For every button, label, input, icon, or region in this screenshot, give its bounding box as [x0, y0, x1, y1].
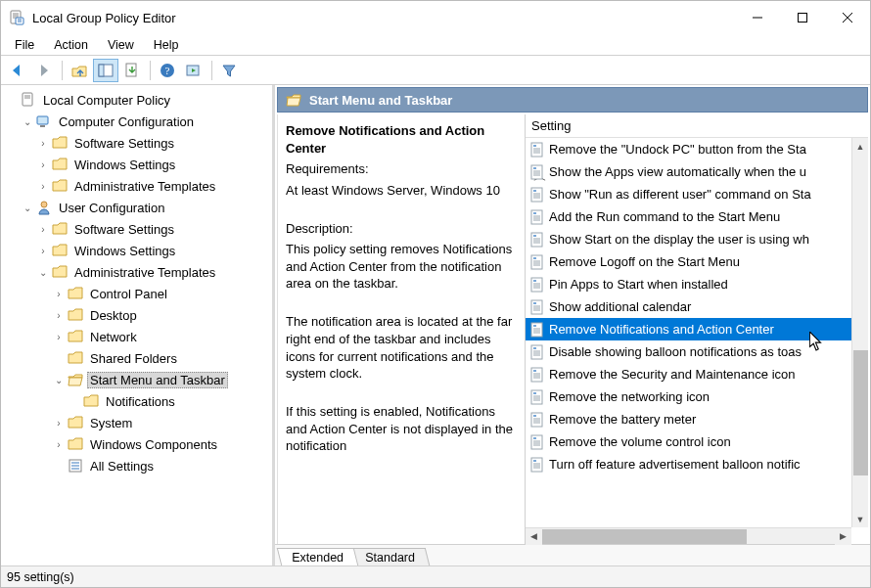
- policy-setting-icon: [529, 209, 545, 225]
- description-pane: Remove Notifications and Action Center R…: [278, 114, 526, 544]
- tree-control-panel[interactable]: ›Control Panel: [52, 283, 270, 304]
- svg-rect-12: [99, 65, 104, 76]
- policy-setting-icon: [529, 299, 545, 315]
- chevron-right-icon[interactable]: ›: [52, 287, 66, 300]
- setting-label: Turn off feature advertisement balloon n…: [549, 457, 801, 472]
- chevron-right-icon[interactable]: ›: [52, 416, 66, 430]
- tree-system[interactable]: ›System: [52, 412, 270, 433]
- chevron-right-icon[interactable]: ›: [36, 136, 50, 150]
- chevron-right-icon[interactable]: ›: [52, 437, 66, 451]
- scroll-thumb[interactable]: [853, 350, 868, 475]
- scroll-left-button[interactable]: ◀: [526, 528, 542, 545]
- svg-rect-58: [533, 280, 536, 282]
- toolbar-filter[interactable]: [216, 59, 242, 82]
- toolbar-up[interactable]: [67, 59, 92, 82]
- folder-icon: [68, 415, 83, 430]
- toolbar-sep-1: [62, 61, 63, 80]
- close-button[interactable]: [825, 1, 870, 34]
- setting-row[interactable]: Show the Apps view automatically when th…: [526, 160, 868, 183]
- chevron-down-icon[interactable]: ⌄: [21, 114, 34, 128]
- menu-view[interactable]: View: [98, 36, 144, 54]
- tree-desktop[interactable]: ›Desktop: [52, 304, 270, 326]
- tree-cc-windows[interactable]: ›Windows Settings: [36, 154, 270, 175]
- toolbar-run[interactable]: [181, 59, 206, 82]
- policy-setting-icon: [529, 344, 545, 360]
- setting-row[interactable]: Pin Apps to Start when installed: [526, 273, 868, 295]
- tree-pane[interactable]: ▼ Local Computer Policy ⌄ Computer Confi…: [1, 85, 275, 565]
- scroll-up-button[interactable]: ▲: [852, 138, 869, 155]
- tab-extended[interactable]: Extended: [277, 548, 358, 565]
- chevron-down-icon[interactable]: ⌄: [21, 201, 34, 214]
- setting-row[interactable]: Remove the volume control icon: [526, 430, 868, 453]
- tree-uc-admin[interactable]: ⌄Administrative Templates: [36, 261, 270, 283]
- setting-row[interactable]: Remove the "Undock PC" button from the S…: [526, 138, 868, 160]
- tree-shared-folders[interactable]: ›Shared Folders: [52, 347, 270, 369]
- tree-start-menu-taskbar[interactable]: ⌄Start Menu and Taskbar: [52, 369, 270, 390]
- chevron-right-icon[interactable]: ›: [36, 244, 50, 257]
- tree-user-config[interactable]: ⌄ User Configuration: [21, 197, 270, 218]
- tree-all-settings[interactable]: ›All Settings: [52, 455, 270, 476]
- horizontal-scrollbar[interactable]: ◀ ▶: [526, 527, 851, 544]
- setting-row[interactable]: Remove Logoff on the Start Menu: [526, 250, 868, 273]
- tree-root[interactable]: ▼ Local Computer Policy: [5, 89, 270, 111]
- desc-req-label: Requirements:: [286, 160, 519, 178]
- chevron-down-icon[interactable]: ⌄: [52, 373, 66, 386]
- menu-file[interactable]: File: [5, 36, 44, 54]
- setting-row[interactable]: Remove Notifications and Action Center: [526, 318, 868, 340]
- folder-icon: [83, 393, 99, 409]
- setting-label: Remove the "Undock PC" button from the S…: [549, 142, 806, 157]
- setting-row[interactable]: Remove the Security and Maintenance icon: [526, 363, 868, 385]
- chevron-right-icon[interactable]: ›: [52, 308, 66, 322]
- toolbar-export[interactable]: [119, 59, 145, 82]
- scroll-down-button[interactable]: ▼: [852, 511, 869, 527]
- setting-row[interactable]: Turn off feature advertisement balloon n…: [526, 453, 868, 475]
- column-header-setting[interactable]: Setting: [526, 114, 868, 138]
- tree-network[interactable]: ›Network: [52, 326, 270, 347]
- setting-row[interactable]: Remove the networking icon: [526, 385, 868, 408]
- statusbar: 95 setting(s): [1, 565, 870, 587]
- setting-row[interactable]: Disable showing balloon notifications as…: [526, 340, 868, 363]
- setting-label: Show Start on the display the user is us…: [549, 232, 809, 247]
- setting-row[interactable]: Show "Run as different user" command on …: [526, 183, 868, 205]
- maximize-button[interactable]: [780, 1, 825, 34]
- policy-setting-icon: [529, 277, 545, 293]
- folder-open-icon: [68, 372, 83, 387]
- minimize-button[interactable]: [735, 1, 780, 34]
- svg-rect-87: [531, 413, 542, 427]
- toolbar-back[interactable]: [5, 59, 30, 82]
- setting-row[interactable]: Show additional calendar: [526, 295, 868, 318]
- svg-rect-17: [23, 93, 32, 106]
- setting-row[interactable]: Show Start on the display the user is us…: [526, 228, 868, 250]
- tree-windows-components[interactable]: ›Windows Components: [52, 433, 270, 455]
- setting-row[interactable]: Remove the battery meter: [526, 408, 868, 430]
- hscroll-thumb[interactable]: [542, 529, 747, 544]
- tab-standard[interactable]: Standard: [350, 548, 430, 565]
- toolbar-forward[interactable]: [31, 59, 57, 82]
- folder-icon: [68, 350, 83, 366]
- setting-row[interactable]: Add the Run command to the Start Menu: [526, 205, 868, 228]
- vertical-scrollbar[interactable]: ▲ ▼: [851, 138, 868, 527]
- tree-cc-admin[interactable]: ›Administrative Templates: [36, 175, 270, 197]
- chevron-right-icon[interactable]: ›: [36, 158, 50, 171]
- folder-icon: [52, 157, 68, 172]
- toolbar-help[interactable]: ?: [155, 59, 180, 82]
- tree-uc-software[interactable]: ›Software Settings: [36, 218, 270, 240]
- chevron-right-icon[interactable]: ›: [36, 179, 50, 193]
- tree-computer-config[interactable]: ⌄ Computer Configuration: [21, 111, 270, 132]
- tree-cc-software[interactable]: ›Software Settings: [36, 132, 270, 154]
- menu-help[interactable]: Help: [144, 36, 189, 54]
- svg-rect-42: [531, 210, 542, 224]
- chevron-right-icon[interactable]: ›: [36, 222, 50, 236]
- tree-notifications[interactable]: ›Notifications: [68, 390, 270, 412]
- svg-rect-82: [531, 390, 542, 404]
- settings-list-scroll[interactable]: Remove the "Undock PC" button from the S…: [526, 138, 868, 527]
- svg-rect-28: [533, 145, 536, 147]
- policy-setting-icon: [529, 389, 545, 405]
- chevron-right-icon[interactable]: ›: [52, 330, 66, 343]
- menu-action[interactable]: Action: [44, 36, 98, 54]
- scroll-right-button[interactable]: ▶: [835, 528, 851, 545]
- svg-rect-93: [533, 437, 536, 439]
- tree-uc-windows[interactable]: ›Windows Settings: [36, 240, 270, 261]
- toolbar-show-hide-tree[interactable]: [93, 59, 118, 82]
- chevron-down-icon[interactable]: ⌄: [36, 265, 50, 279]
